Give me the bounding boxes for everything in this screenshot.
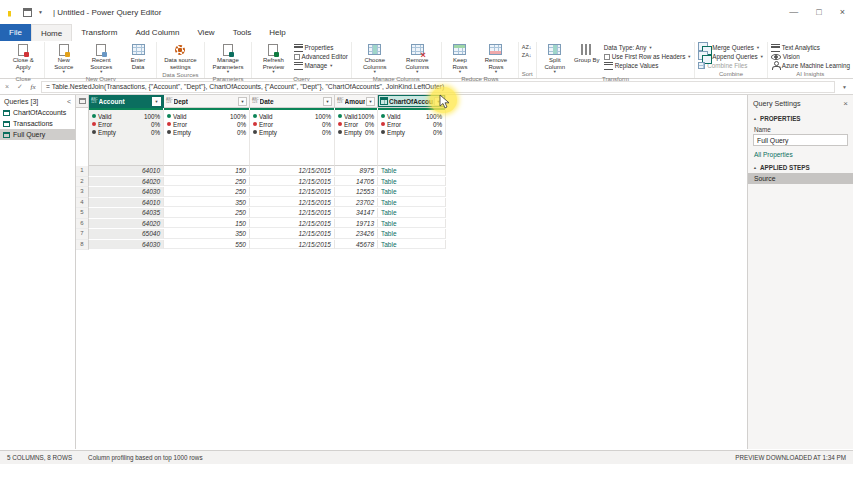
choose-columns-button[interactable]: Choose Columns▼ bbox=[355, 42, 395, 75]
grid-cell[interactable]: 19713 bbox=[335, 219, 378, 229]
column-header-date[interactable]: ABC123 Date ▼ bbox=[250, 95, 335, 108]
formula-expand-icon[interactable]: ▼ bbox=[838, 84, 851, 90]
formula-confirm-icon[interactable]: ✓ bbox=[15, 83, 25, 91]
grid-cell[interactable]: 250 bbox=[164, 208, 250, 218]
table-link[interactable]: Table bbox=[378, 198, 446, 208]
remove-rows-button[interactable]: Remove Rows▼ bbox=[477, 42, 515, 75]
append-queries-button[interactable]: Append Queries▼ bbox=[698, 52, 763, 61]
filter-button-chartofaccounts[interactable]: ▼ bbox=[434, 97, 443, 106]
table-link[interactable]: Table bbox=[378, 208, 446, 218]
grid-cell[interactable]: 12/15/2015 bbox=[250, 219, 335, 229]
close-and-apply-button[interactable]: Close & Apply▼ bbox=[5, 42, 41, 75]
table-link[interactable]: Table bbox=[378, 219, 446, 229]
tab-view[interactable]: View bbox=[188, 24, 223, 41]
grid-cell[interactable]: 150 bbox=[164, 219, 250, 229]
grid-cell[interactable]: 64035 bbox=[89, 208, 164, 218]
collapse-triangle-icon[interactable]: ▲ bbox=[753, 116, 757, 121]
formula-cancel-icon[interactable]: × bbox=[2, 83, 12, 90]
formula-input[interactable]: = Table.NestedJoin(Transactions, {"Accou… bbox=[41, 81, 835, 93]
minimize-button[interactable]: — bbox=[789, 7, 798, 17]
quality-stats-amount[interactable]: Valid100% Error0% Empty0% bbox=[335, 110, 378, 166]
vision-button[interactable]: Vision bbox=[771, 52, 850, 61]
grid-cell[interactable]: 150 bbox=[164, 166, 250, 176]
table-link[interactable]: Table bbox=[378, 187, 446, 197]
new-source-button[interactable]: New Source▼ bbox=[48, 42, 79, 75]
column-header-account[interactable]: ABC123 Account ▼ bbox=[89, 95, 164, 108]
grid-cell[interactable]: 64020 bbox=[89, 177, 164, 187]
refresh-preview-button[interactable]: Refresh Preview▼ bbox=[255, 42, 291, 75]
save-icon[interactable] bbox=[23, 8, 32, 17]
quality-stats-chartofaccounts[interactable]: Valid100% Error0% Empty0% bbox=[378, 110, 446, 166]
grid-cell[interactable]: 12/15/2015 bbox=[250, 208, 335, 218]
grid-cell[interactable]: 23702 bbox=[335, 198, 378, 208]
grid-cell[interactable]: 12/15/2015 bbox=[250, 229, 335, 239]
properties-button[interactable]: Properties bbox=[294, 43, 348, 52]
remove-columns-button[interactable]: Remove Columns▼ bbox=[397, 42, 438, 75]
query-item-chartofaccounts[interactable]: ChartOfAccounts bbox=[0, 107, 75, 118]
query-name-input[interactable]: Full Query bbox=[753, 134, 848, 146]
data-source-settings-button[interactable]: Data source settings bbox=[160, 42, 201, 71]
grid-cell[interactable]: 23426 bbox=[335, 229, 378, 239]
maximize-button[interactable]: □ bbox=[816, 7, 821, 17]
azure-ml-button[interactable]: Azure Machine Learning bbox=[771, 61, 850, 70]
data-type-button[interactable]: Data Type: Any▼ bbox=[604, 43, 691, 52]
quality-stats-account[interactable]: Valid100% Error0% Empty0% bbox=[89, 110, 164, 166]
query-item-transactions[interactable]: Transactions bbox=[0, 118, 75, 129]
quality-stats-date[interactable]: Valid100% Error0% Empty0% bbox=[250, 110, 335, 166]
advanced-editor-button[interactable]: Advanced Editor bbox=[294, 52, 348, 61]
all-properties-link[interactable]: All Properties bbox=[748, 146, 853, 160]
tab-transform[interactable]: Transform bbox=[72, 24, 126, 41]
grid-cell[interactable]: 64020 bbox=[89, 219, 164, 229]
filter-button-amount[interactable]: ▼ bbox=[366, 97, 375, 106]
use-first-row-as-headers-button[interactable]: Use First Row as Headers▼ bbox=[604, 52, 691, 61]
column-header-dept[interactable]: ABC123 Dept ▼ bbox=[164, 95, 250, 108]
applied-step-source[interactable]: Source bbox=[748, 173, 853, 184]
grid-cell[interactable]: 64010 bbox=[89, 198, 164, 208]
column-header-chartofaccounts[interactable]: ChartOfAccounts ▼ bbox=[378, 95, 446, 108]
enter-data-button[interactable]: Enter Data bbox=[123, 42, 153, 71]
table-link[interactable]: Table bbox=[378, 229, 446, 239]
grid-cell[interactable]: 12/15/2015 bbox=[250, 166, 335, 176]
grid-cell[interactable]: 250 bbox=[164, 177, 250, 187]
tab-home[interactable]: Home bbox=[31, 24, 72, 41]
grid-cell[interactable]: 550 bbox=[164, 240, 250, 250]
grid-cell[interactable]: 14705 bbox=[335, 177, 378, 187]
column-header-amount[interactable]: ABC123 Amount ▼ bbox=[335, 95, 378, 108]
quick-access-caret-icon[interactable]: ▼ bbox=[38, 9, 43, 15]
table-link[interactable]: Table bbox=[378, 166, 446, 176]
keep-rows-button[interactable]: Keep Rows▼ bbox=[445, 42, 475, 75]
sort-descending-button[interactable]: ZA↓ bbox=[522, 52, 532, 58]
manage-button[interactable]: Manage▼ bbox=[294, 61, 348, 70]
collapse-triangle-icon[interactable]: ▲ bbox=[753, 165, 757, 170]
replace-values-button[interactable]: Replace Values bbox=[604, 61, 691, 70]
group-by-button[interactable]: Group By bbox=[572, 42, 602, 65]
text-analytics-button[interactable]: Text Analytics bbox=[771, 43, 850, 52]
tab-add-column[interactable]: Add Column bbox=[126, 24, 188, 41]
tab-file[interactable]: File bbox=[0, 24, 31, 41]
sort-ascending-button[interactable]: AZ↓ bbox=[522, 44, 532, 50]
grid-cell[interactable]: 64030 bbox=[89, 187, 164, 197]
grid-cell[interactable]: 45678 bbox=[335, 240, 378, 250]
filter-button-account[interactable]: ▼ bbox=[152, 97, 161, 106]
manage-parameters-button[interactable]: Manage Parameters▼ bbox=[208, 42, 249, 75]
close-pane-icon[interactable]: × bbox=[843, 99, 848, 108]
grid-cell[interactable]: 12553 bbox=[335, 187, 378, 197]
filter-button-dept[interactable]: ▼ bbox=[238, 97, 247, 106]
grid-cell[interactable]: 350 bbox=[164, 229, 250, 239]
grid-cell[interactable]: 8975 bbox=[335, 166, 378, 176]
close-button[interactable]: × bbox=[840, 7, 845, 17]
split-column-button[interactable]: Split Column▼ bbox=[540, 42, 570, 75]
grid-cell[interactable]: 65040 bbox=[89, 229, 164, 239]
filter-button-date[interactable]: ▼ bbox=[323, 97, 332, 106]
tab-tools[interactable]: Tools bbox=[224, 24, 261, 41]
grid-cell[interactable]: 64010 bbox=[89, 166, 164, 176]
tab-help[interactable]: Help bbox=[260, 24, 294, 41]
grid-cell[interactable]: 12/15/2015 bbox=[250, 177, 335, 187]
table-menu-button[interactable] bbox=[76, 95, 89, 108]
table-link[interactable]: Table bbox=[378, 177, 446, 187]
grid-cell[interactable]: 350 bbox=[164, 198, 250, 208]
grid-cell[interactable]: 250 bbox=[164, 187, 250, 197]
table-link[interactable]: Table bbox=[378, 240, 446, 250]
status-profiling[interactable]: Column profiling based on top 1000 rows bbox=[88, 454, 202, 461]
grid-cell[interactable]: 64030 bbox=[89, 240, 164, 250]
